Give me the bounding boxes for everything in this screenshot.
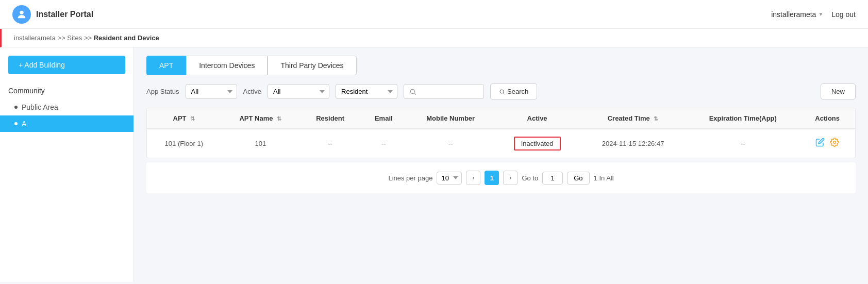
dot-icon-active bbox=[14, 122, 18, 125]
chevron-down-icon: ▼ bbox=[818, 11, 823, 17]
col-created-time[interactable]: Created Time ⇅ bbox=[580, 108, 686, 129]
sort-icon-created: ⇅ bbox=[654, 115, 658, 122]
svg-point-3 bbox=[500, 90, 504, 93]
config-icon[interactable] bbox=[830, 138, 839, 149]
app-title: Installer Portal bbox=[36, 10, 93, 19]
svg-line-4 bbox=[503, 93, 505, 94]
status-badge: Inactivated bbox=[514, 137, 561, 151]
main-container: + Add Building Community Public Area A A… bbox=[0, 47, 868, 282]
active-label: Active bbox=[243, 88, 261, 95]
lines-per-page-select[interactable]: 10 20 50 bbox=[437, 172, 462, 185]
filter-bar: App Status All Active All Resident bbox=[146, 83, 856, 99]
col-apt-name[interactable]: APT Name ⇅ bbox=[221, 108, 300, 129]
search-input[interactable] bbox=[416, 85, 478, 98]
cell-apt: 101 (Floor 1) bbox=[147, 129, 221, 158]
col-resident: Resident bbox=[300, 108, 360, 129]
cell-email: -- bbox=[360, 129, 407, 158]
sidebar: + Add Building Community Public Area A bbox=[0, 47, 134, 282]
type-select[interactable]: Resident bbox=[336, 84, 397, 99]
current-page-indicator: 1 bbox=[485, 171, 499, 185]
app-status-select[interactable]: All bbox=[186, 84, 237, 99]
goto-label: Go to bbox=[522, 174, 538, 182]
new-button[interactable]: New bbox=[821, 83, 856, 99]
breadcrumb-separator-1: >> bbox=[58, 34, 68, 42]
breadcrumb-part-2[interactable]: Sites bbox=[67, 34, 82, 42]
tabs: APT Intercom Devices Third Party Devices bbox=[146, 56, 856, 75]
svg-point-5 bbox=[833, 141, 836, 144]
add-building-button[interactable]: + Add Building bbox=[8, 56, 125, 74]
search-button[interactable]: Search bbox=[490, 83, 537, 99]
sidebar-item-label-a: A bbox=[22, 120, 26, 128]
breadcrumb-current: Resident and Device bbox=[94, 34, 159, 42]
search-input-wrapper bbox=[404, 84, 484, 99]
next-page-button[interactable]: › bbox=[503, 171, 518, 185]
search-icon bbox=[409, 88, 416, 95]
search-label: Search bbox=[507, 88, 528, 95]
sort-icon-apt: ⇅ bbox=[190, 115, 195, 122]
col-mobile: Mobile Number bbox=[407, 108, 494, 129]
goto-input[interactable] bbox=[542, 172, 563, 185]
data-table: APT ⇅ APT Name ⇅ Resident Email Mobile N… bbox=[147, 108, 855, 158]
user-menu[interactable]: installerameta ▼ bbox=[771, 10, 823, 19]
sort-icon-apt-name: ⇅ bbox=[277, 115, 281, 122]
go-button[interactable]: Go bbox=[567, 172, 589, 185]
cell-expiration: -- bbox=[686, 129, 799, 158]
breadcrumb-bar: installerameta >> Sites >> Resident and … bbox=[0, 29, 868, 47]
sidebar-group-label: Community bbox=[0, 82, 133, 99]
tab-third-party-devices[interactable]: Third Party Devices bbox=[268, 56, 356, 75]
cell-actions bbox=[799, 129, 855, 158]
pagination: Lines per page 10 20 50 ‹ 1 › Go to Go 1… bbox=[146, 162, 856, 193]
total-label: 1 In All bbox=[594, 174, 614, 182]
dot-icon bbox=[14, 106, 18, 109]
content-area: APT Intercom Devices Third Party Devices… bbox=[134, 47, 868, 282]
cell-created-time: 2024-11-15 12:26:47 bbox=[580, 129, 686, 158]
sidebar-item-public-area[interactable]: Public Area bbox=[0, 99, 133, 115]
username-label: installerameta bbox=[771, 10, 816, 19]
table-header-row: APT ⇅ APT Name ⇅ Resident Email Mobile N… bbox=[147, 108, 855, 129]
action-icons bbox=[808, 138, 847, 149]
logout-button[interactable]: Log out bbox=[831, 10, 856, 19]
cell-apt-name: 101 bbox=[221, 129, 300, 158]
breadcrumb-part-1[interactable]: installerameta bbox=[14, 34, 56, 42]
col-apt[interactable]: APT ⇅ bbox=[147, 108, 221, 129]
col-email: Email bbox=[360, 108, 407, 129]
cell-resident: -- bbox=[300, 129, 360, 158]
sidebar-item-a[interactable]: A bbox=[0, 115, 133, 132]
breadcrumb-separator-2: >> bbox=[84, 34, 94, 42]
svg-point-1 bbox=[410, 89, 414, 93]
avatar bbox=[12, 5, 31, 24]
lines-per-page-label: Lines per page bbox=[388, 174, 432, 182]
header-right: installerameta ▼ Log out bbox=[771, 10, 856, 19]
col-active: Active bbox=[494, 108, 580, 129]
table-row: 101 (Floor 1) 101 -- -- -- Inactivated 2… bbox=[147, 129, 855, 158]
cell-active: Inactivated bbox=[494, 129, 580, 158]
header-left: Installer Portal bbox=[12, 5, 93, 24]
search-btn-icon bbox=[499, 89, 505, 95]
col-actions: Actions bbox=[799, 108, 855, 129]
breadcrumb: installerameta >> Sites >> Resident and … bbox=[14, 34, 159, 42]
data-table-container: APT ⇅ APT Name ⇅ Resident Email Mobile N… bbox=[146, 108, 856, 158]
edit-icon[interactable] bbox=[815, 138, 825, 149]
active-select[interactable]: All bbox=[268, 84, 329, 99]
tab-apt[interactable]: APT bbox=[146, 56, 186, 75]
svg-point-0 bbox=[20, 10, 23, 14]
col-expiration: Expiration Time(App) bbox=[686, 108, 799, 129]
prev-page-button[interactable]: ‹ bbox=[466, 171, 480, 185]
sidebar-item-label: Public Area bbox=[22, 103, 58, 111]
cell-mobile: -- bbox=[407, 129, 494, 158]
svg-line-2 bbox=[414, 93, 416, 94]
app-status-label: App Status bbox=[146, 88, 179, 95]
header: Installer Portal installerameta ▼ Log ou… bbox=[0, 0, 868, 29]
tab-intercom-devices[interactable]: Intercom Devices bbox=[186, 56, 268, 75]
